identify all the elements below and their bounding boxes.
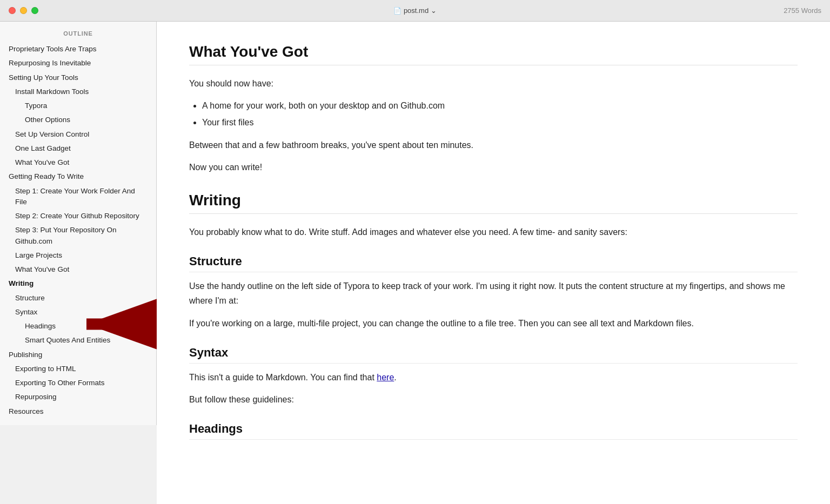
sidebar-item-2[interactable]: Setting Up Your Tools xyxy=(0,71,156,85)
title-bar: 📄 post.md ⌄ 2755 Words xyxy=(0,0,830,22)
sidebar-item-15[interactable]: Writing xyxy=(0,277,156,291)
sidebar-wrapper: OUTLINE Proprietary Tools Are TrapsRepur… xyxy=(0,22,157,504)
sidebar-item-6[interactable]: Set Up Version Control xyxy=(0,127,156,142)
minimize-button[interactable] xyxy=(20,7,27,14)
sidebar-item-8[interactable]: What You've Got xyxy=(0,156,156,170)
heading-2-7: Structure xyxy=(189,254,798,272)
heading-2-10: Syntax xyxy=(189,346,798,364)
sidebar-item-24[interactable]: Resources xyxy=(0,405,156,419)
sidebar-item-10[interactable]: Step 1: Create Your Work Folder And File xyxy=(0,184,156,210)
sidebar-item-20[interactable]: Publishing xyxy=(0,348,156,362)
word-count: 2755 Words xyxy=(784,6,821,15)
sidebar-item-4[interactable]: Typora xyxy=(0,99,156,113)
heading-1-5: Writing xyxy=(189,192,798,214)
close-button[interactable] xyxy=(9,7,16,14)
sidebar-item-14[interactable]: What You've Got xyxy=(0,263,156,277)
sidebar-item-7[interactable]: One Last Gadget xyxy=(0,142,156,156)
paragraph-1: You should now have: xyxy=(189,76,798,91)
file-icon: 📄 xyxy=(393,7,401,15)
paragraph-9: If you're working on a large, multi-file… xyxy=(189,316,798,331)
list-item-2-1: Your first files xyxy=(202,115,798,130)
list-2: A home for your work, both on your deskt… xyxy=(202,98,798,130)
sidebar-item-19[interactable]: Smart Quotes And Entities xyxy=(0,333,156,347)
paragraph-3: Between that and a few bathroom breaks, … xyxy=(189,138,798,152)
sidebar-item-13[interactable]: Large Projects xyxy=(0,248,156,263)
sidebar-item-12[interactable]: Step 3: Put Your Repository On Github.co… xyxy=(0,223,156,248)
sidebar-item-23[interactable]: Repurposing xyxy=(0,390,156,404)
list-item-2-0: A home for your work, both on your deskt… xyxy=(202,98,798,113)
filename: post.md xyxy=(404,6,429,15)
heading-1-0: What You've Got xyxy=(189,43,798,65)
paragraph-6: You probably know what to do. Write stuf… xyxy=(189,225,798,239)
main-layout: OUTLINE Proprietary Tools Are TrapsRepur… xyxy=(0,22,830,504)
maximize-button[interactable] xyxy=(31,7,38,14)
sidebar-item-21[interactable]: Exporting to HTML xyxy=(0,362,156,376)
outline-sidebar: OUTLINE Proprietary Tools Are TrapsRepur… xyxy=(0,22,157,425)
paragraph-11: This isn't a guide to Markdown. You can … xyxy=(189,370,798,385)
sidebar-item-22[interactable]: Exporting To Other Formats xyxy=(0,376,156,390)
inline-link-11[interactable]: here xyxy=(377,373,394,382)
paragraph-8: Use the handy outline on the left side o… xyxy=(189,279,798,308)
content-area[interactable]: What You've GotYou should now have:A hom… xyxy=(157,22,830,504)
sidebar-item-5[interactable]: Other Options xyxy=(0,113,156,127)
chevron-icon: ⌄ xyxy=(431,6,437,15)
sidebar-item-17[interactable]: Syntax xyxy=(0,305,156,319)
sidebar-item-16[interactable]: Structure xyxy=(0,291,156,305)
paragraph-4: Now you can write! xyxy=(189,160,798,174)
paragraph-12: But follow these guidelines: xyxy=(189,392,798,407)
heading-2-13: Headings xyxy=(189,422,798,440)
sidebar-item-1[interactable]: Repurposing Is Inevitable xyxy=(0,56,156,70)
traffic-lights xyxy=(9,7,38,14)
sidebar-item-18[interactable]: Headings xyxy=(0,319,156,333)
title-bar-center: 📄 post.md ⌄ xyxy=(393,6,437,15)
sidebar-item-3[interactable]: Install Markdown Tools xyxy=(0,85,156,99)
sidebar-item-0[interactable]: Proprietary Tools Are Traps xyxy=(0,42,156,56)
sidebar-item-11[interactable]: Step 2: Create Your Github Repository xyxy=(0,209,156,223)
sidebar-item-9[interactable]: Getting Ready To Write xyxy=(0,170,156,184)
sidebar-title: OUTLINE xyxy=(0,28,156,42)
